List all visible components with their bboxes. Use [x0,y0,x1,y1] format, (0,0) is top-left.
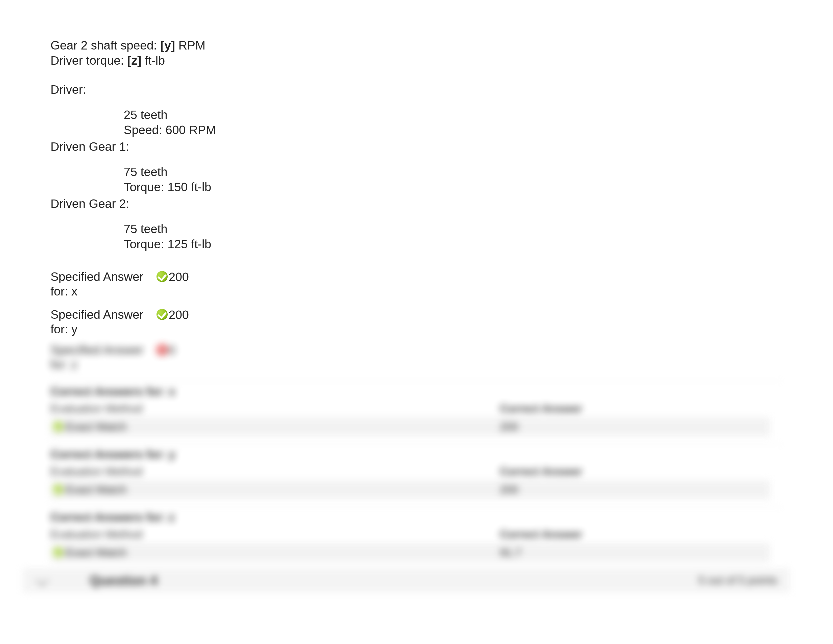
correct-hdr-y: Correct Answers for: y [50,444,783,461]
match-val-x: 200 [500,420,767,433]
line1-post: RPM [175,39,206,52]
g1-teeth: 75 teeth [124,164,783,180]
driver-label: Driver: [50,82,783,97]
question-bar[interactable]: Question 4 5 out of 5 points [23,568,790,592]
spec-y-label: Specified Answer for: y [50,308,156,336]
spec-y-valtxt: 200 [169,308,189,322]
page: Gear 2 shaft speed: [y] RPM Driver torqu… [0,0,833,644]
spec-row-x: Specified Answer for: x 200 [50,269,783,298]
match-row-z: Exact Match 91.7 [50,543,770,562]
question-text: Gear 2 shaft speed: [y] RPM Driver torqu… [50,38,783,68]
line2-pre: Driver torque: [50,54,127,67]
correct-icon [53,422,63,432]
correct-icon [53,485,63,495]
spec-z-value: 0 [156,343,189,358]
line2-var: [z] [127,54,142,67]
match-val-z: 91.7 [500,546,767,559]
eval-label-z: Evaluation Method [50,528,500,541]
g2-detail: 75 teeth Torque: 125 ft-lb [124,222,783,252]
spec-y-value: 200 [156,308,189,322]
line1-var: [y] [160,39,175,52]
match-val-y: 200 [500,483,767,496]
eval-row-z: Evaluation Method Correct Answer [50,526,783,541]
g1-detail: 75 teeth Torque: 150 ft-lb [124,164,783,195]
spec-row-y: Specified Answer for: y 200 [50,308,783,336]
spec-row-z: Specified Answer for: z 0 [50,343,783,372]
g2-torque: Torque: 125 ft-lb [124,237,783,252]
eval-label-x: Evaluation Method [50,402,500,415]
g2-label: Driven Gear 2: [50,196,783,211]
correct-icon [156,271,167,282]
driver-detail: 25 teeth Speed: 600 RPM [124,107,783,138]
driver-teeth: 25 teeth [124,107,783,122]
g2-teeth: 75 teeth [124,222,783,237]
g1-label: Driven Gear 1: [50,139,783,154]
line2-post: ft-lb [142,54,165,67]
match-label-z: Exact Match [66,546,127,559]
correct-hdr-z: Correct Answers for: z [50,507,783,524]
blurred-region: Specified Answer for: z 0 Correct Answer… [50,343,783,592]
specified-answers: Specified Answer for: x 200 Specified An… [50,269,783,592]
line1-pre: Gear 2 shaft speed: [50,39,160,52]
g1-torque: Torque: 150 ft-lb [124,180,783,195]
spec-z-label: Specified Answer for: z [50,343,156,372]
points-label: 5 out of 5 points [698,574,777,587]
correct-col-z: Correct Answer [500,528,783,541]
spec-x-valtxt: 200 [169,270,189,283]
correct-icon [53,547,63,558]
match-row-y: Exact Match 200 [50,480,770,499]
spec-z-valtxt: 0 [169,343,175,357]
match-row-x: Exact Match 200 [50,417,770,436]
chevron-down-icon [36,574,48,586]
match-label-x: Exact Match [66,420,127,433]
driver-speed: Speed: 600 RPM [124,122,783,138]
eval-label-y: Evaluation Method [50,465,500,478]
correct-icon [156,309,167,320]
correct-col-x: Correct Answer [500,402,783,415]
wrong-icon [156,344,167,355]
eval-row-x: Evaluation Method Correct Answer [50,400,783,415]
correct-col-y: Correct Answer [500,465,783,478]
correct-hdr-x: Correct Answers for: x [50,381,783,398]
next-question-label: Question 4 [90,573,178,588]
match-label-y: Exact Match [66,483,127,496]
spec-x-label: Specified Answer for: x [50,269,156,298]
spec-x-value: 200 [156,269,189,285]
eval-row-y: Evaluation Method Correct Answer [50,463,783,478]
